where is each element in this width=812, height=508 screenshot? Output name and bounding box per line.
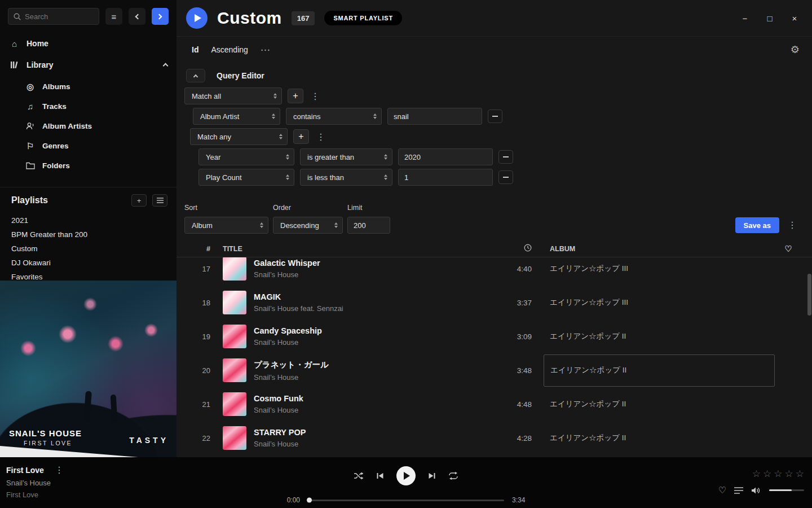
track-number: 19: [176, 332, 214, 341]
star-icon[interactable]: ☆: [785, 468, 793, 480]
save-as-button[interactable]: Save as: [735, 217, 779, 233]
rule3-field-select[interactable]: Play Count: [198, 169, 294, 186]
track-title: プラネット・ガール: [254, 360, 329, 370]
playlist-item-dj-okawari[interactable]: DJ Okawari: [0, 256, 176, 270]
maximize-button[interactable]: □: [760, 8, 779, 28]
vertical-scrollbar-thumb[interactable]: [807, 274, 811, 316]
track-number: 17: [176, 265, 214, 273]
column-number[interactable]: #: [176, 245, 214, 253]
favorite-heart-button[interactable]: ♡: [718, 485, 726, 496]
match-type-select-1[interactable]: Match all: [184, 87, 282, 104]
rule2-field-select[interactable]: Year: [198, 148, 294, 165]
table-row[interactable]: 20 プラネット・ガール Snail’s House 3:48 エイリアン☆ポッ…: [176, 353, 812, 387]
sort-field-button[interactable]: Id: [192, 45, 198, 54]
sidebar-item-tracks[interactable]: ♫ Tracks: [0, 97, 176, 116]
table-row[interactable]: 18 MAGIK Snail’s House feat. Sennzai 3:3…: [176, 286, 812, 319]
column-title[interactable]: TITLE: [214, 245, 492, 253]
menu-button[interactable]: ≡: [105, 8, 122, 25]
previous-button[interactable]: [376, 472, 384, 479]
add-playlist-button[interactable]: +: [131, 194, 147, 207]
remove-rule2-button[interactable]: [498, 150, 513, 164]
sidebar-item-folders[interactable]: Folders: [0, 156, 176, 176]
playlist-header: Custom 167 SMART PLAYLIST − □ ×: [176, 0, 812, 37]
match-type-select-2[interactable]: Match any: [190, 128, 288, 145]
search-input[interactable]: [25, 12, 94, 21]
star-icon[interactable]: ☆: [796, 468, 804, 480]
table-header: # TITLE ALBUM ♡: [176, 240, 812, 257]
limit-group: Limit: [347, 204, 390, 234]
table-row[interactable]: 22 STARRY POP Snail’s House 4:28 エイリアン☆ポ…: [176, 421, 812, 455]
sidebar-item-library[interactable]: Library: [0, 54, 176, 76]
limit-input[interactable]: [347, 217, 390, 234]
remove-rule1-button[interactable]: [488, 110, 502, 123]
rule1-value-input[interactable]: [387, 108, 482, 125]
order-select[interactable]: Descending: [273, 217, 343, 234]
star-icon[interactable]: ☆: [752, 468, 761, 480]
select-arrows-icon: [384, 154, 387, 160]
search-box[interactable]: [8, 8, 99, 25]
back-button[interactable]: [129, 8, 145, 25]
group-menu-button-1[interactable]: ⋮: [309, 91, 321, 102]
rule1-field-select[interactable]: Album Artist: [193, 108, 280, 125]
queue-button[interactable]: [734, 487, 743, 494]
column-album[interactable]: ALBUM: [550, 245, 777, 253]
star-icon[interactable]: ☆: [763, 468, 771, 480]
query-editor-collapse-button[interactable]: [186, 69, 205, 82]
playlist-view-button[interactable]: [152, 194, 167, 207]
rule1-operator-select[interactable]: contains: [286, 108, 382, 125]
rule2-value-input[interactable]: [398, 148, 493, 165]
repeat-button[interactable]: [448, 472, 458, 480]
more-options-button[interactable]: ⋯: [261, 44, 271, 56]
order-group: Order Descending: [273, 204, 343, 234]
minimize-button[interactable]: −: [735, 8, 754, 28]
table-row[interactable]: 17 Galactic Whisper Snail’s House 4:40 エ…: [176, 257, 812, 286]
sort-direction-button[interactable]: Ascending: [211, 45, 248, 54]
playlist-item-custom[interactable]: Custom: [0, 242, 176, 256]
add-rule-button-2[interactable]: +: [293, 129, 309, 144]
seek-bar[interactable]: [308, 500, 504, 501]
albums-label: Albums: [42, 82, 70, 91]
sidebar-item-home[interactable]: ⌂ Home: [0, 33, 176, 54]
rule3-value-input[interactable]: [398, 169, 493, 186]
playlist-item-bpm[interactable]: BPM Greater than 200: [0, 227, 176, 242]
shuffle-icon: [354, 472, 364, 480]
smart-playlist-badge: SMART PLAYLIST: [324, 11, 402, 25]
play-pause-button[interactable]: [396, 466, 416, 485]
player-bar: First Love ⋮ Snail's House First Love 0:…: [0, 457, 812, 508]
sidebar-item-genres[interactable]: ⚐ Genres: [0, 136, 176, 156]
group-menu-button-2[interactable]: ⋮: [315, 132, 327, 142]
star-icon[interactable]: ☆: [774, 468, 782, 480]
plus-icon: +: [137, 196, 142, 205]
play-playlist-button[interactable]: [186, 7, 208, 29]
query-rule-1: Album Artist contains: [184, 108, 812, 125]
rule3-operator-select[interactable]: is less than: [300, 169, 392, 186]
match-type-value: Match any: [197, 133, 231, 141]
forward-button[interactable]: [152, 8, 169, 25]
close-icon: ×: [792, 14, 797, 23]
track-album-focused[interactable]: エイリアン☆ポップ II: [544, 354, 775, 387]
volume-slider[interactable]: [769, 489, 804, 491]
column-duration[interactable]: [492, 244, 532, 253]
minus-icon: [503, 177, 509, 178]
save-menu-button[interactable]: ⋮: [786, 220, 798, 230]
elapsed-time: 0:00: [282, 496, 300, 504]
sidebar-item-album-artists[interactable]: Album Artists: [0, 116, 176, 136]
column-favorite[interactable]: ♡: [777, 244, 800, 254]
settings-gear-button[interactable]: ⚙: [791, 43, 800, 56]
shuffle-button[interactable]: [354, 472, 364, 480]
playlist-item-2021[interactable]: 2021: [0, 213, 176, 227]
sort-label: Sort: [184, 204, 268, 212]
now-playing-menu-button[interactable]: ⋮: [53, 465, 65, 475]
close-button[interactable]: ×: [785, 8, 804, 28]
table-row[interactable]: 19 Candy Spaceship Snail’s House 3:09 エイ…: [176, 319, 812, 353]
sort-select[interactable]: Album: [184, 217, 268, 234]
sidebar-item-albums[interactable]: ◎ Albums: [0, 77, 176, 97]
table-row[interactable]: 21 Cosmo Funk Snail’s House 4:48 エイリアン☆ポ…: [176, 387, 812, 421]
rule2-operator-select[interactable]: is greater than: [300, 148, 392, 165]
add-rule-button-1[interactable]: +: [288, 89, 303, 103]
seek-handle[interactable]: [307, 498, 312, 503]
library-icon: [9, 61, 20, 69]
volume-button[interactable]: [751, 487, 761, 494]
next-button[interactable]: [428, 472, 436, 479]
remove-rule3-button[interactable]: [498, 170, 513, 184]
